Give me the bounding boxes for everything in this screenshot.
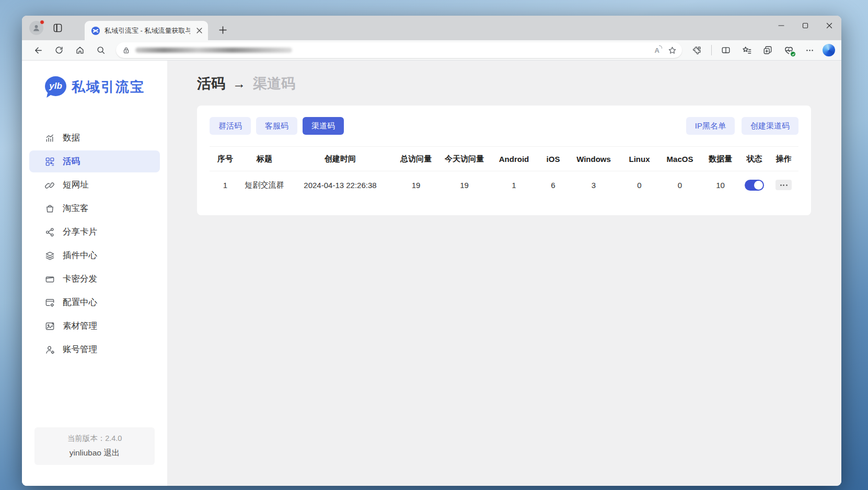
more-dot — [786, 184, 788, 186]
sidebar-item-taobao[interactable]: 淘宝客 — [29, 197, 160, 219]
site-favicon — [91, 26, 100, 36]
table-header-row: 序号 标题 创建时间 总访问量 今天访问量 Android iOS Window… — [210, 146, 798, 171]
sidebar-item-material-management[interactable]: 素材管理 — [29, 315, 160, 337]
more-dot — [780, 184, 782, 186]
sidebar-item-label: 插件中心 — [63, 250, 97, 261]
user-gear-icon — [45, 345, 55, 355]
close-icon — [196, 28, 202, 33]
new-tab-button[interactable] — [216, 24, 229, 36]
lock-icon — [122, 46, 130, 54]
home-icon — [75, 45, 85, 55]
minimize-button[interactable] — [769, 16, 793, 36]
breadcrumb-parent[interactable]: 活码 — [197, 74, 225, 93]
cell-ios: 6 — [539, 181, 568, 190]
sidebar-footer: 当前版本：2.4.0 yinliubao 退出 — [34, 427, 155, 465]
layers-icon — [45, 251, 55, 261]
channel-code-card: 群活码 客服码 渠道码 IP黑名单 创建渠道码 序号 标 — [197, 106, 811, 215]
extensions-button[interactable] — [689, 42, 705, 58]
sidebar-item-data[interactable]: 数据 — [29, 127, 160, 149]
sidebar-item-label: 卡密分发 — [63, 273, 97, 285]
col-ios: iOS — [539, 155, 568, 164]
split-screen-icon — [721, 45, 731, 55]
cell-index: 1 — [210, 181, 241, 190]
status-toggle[interactable] — [745, 180, 764, 191]
home-button[interactable] — [72, 42, 88, 58]
tab-group-code[interactable]: 群活码 — [210, 117, 251, 135]
favorite-star-icon[interactable] — [668, 46, 677, 55]
tab-channel-code[interactable]: 渠道码 — [303, 117, 344, 135]
sidebar-item-plugin-center[interactable]: 插件中心 — [29, 244, 160, 266]
browser-titlebar: 私域引流宝 - 私域流量获取与维护 — [22, 16, 841, 40]
close-window-button[interactable] — [817, 16, 841, 36]
maximize-button[interactable] — [793, 16, 817, 36]
col-created-at: 创建时间 — [288, 154, 392, 164]
address-bar[interactable]: A — [116, 42, 682, 58]
link-icon — [45, 180, 55, 190]
cell-total-visits: 19 — [392, 181, 439, 190]
sidebar-item-label: 短网址 — [63, 179, 89, 191]
tab-close-button[interactable] — [194, 26, 204, 36]
cell-android: 1 — [489, 181, 539, 190]
sidebar-item-live-code[interactable]: 活码 — [29, 150, 160, 172]
col-android: Android — [489, 155, 539, 164]
channel-code-table: 序号 标题 创建时间 总访问量 今天访问量 Android iOS Window… — [210, 146, 798, 199]
tab-actions-button[interactable] — [52, 22, 63, 34]
sidebar-item-card-distribution[interactable]: 卡密分发 — [29, 268, 160, 290]
window-controls — [769, 16, 841, 36]
col-linux: Linux — [620, 155, 659, 164]
browser-window: 私域引流宝 - 私域流量获取与维护 — [22, 16, 841, 486]
main-content: 活码 → 渠道码 群活码 客服码 渠道码 IP黑名单 创 — [167, 61, 841, 486]
desktop-background: 私域引流宝 - 私域流量获取与维护 — [0, 0, 868, 490]
profile-avatar[interactable] — [29, 21, 43, 35]
col-data-count: 数据量 — [701, 154, 740, 164]
version-label: 当前版本：2.4.0 — [38, 434, 152, 444]
app-logo: ylb 私域引流宝 — [45, 76, 167, 97]
shopping-bag-icon — [45, 204, 55, 214]
col-title: 标题 — [241, 154, 288, 164]
col-status: 状态 — [740, 154, 769, 164]
wallet-icon — [45, 274, 55, 284]
sidebar-item-account-management[interactable]: 账号管理 — [29, 339, 160, 360]
browser-toolbar: A — [22, 40, 841, 61]
code-type-tabs: 群活码 客服码 渠道码 — [210, 117, 344, 135]
split-screen-button[interactable] — [718, 42, 734, 58]
cell-macos: 0 — [659, 181, 701, 190]
col-windows: Windows — [568, 155, 620, 164]
logo-name: 私域引流宝 — [72, 78, 145, 96]
close-icon — [826, 22, 832, 29]
copilot-icon[interactable] — [823, 44, 835, 56]
favorites-bar-button[interactable] — [739, 42, 755, 58]
sidebar-item-config-center[interactable]: 配置中心 — [29, 291, 160, 313]
cell-data-count: 10 — [701, 181, 740, 190]
account-logout[interactable]: yinliubao 退出 — [38, 448, 152, 459]
sidebar-item-share-card[interactable]: 分享卡片 — [29, 221, 160, 243]
refresh-icon — [54, 45, 64, 55]
toggle-knob — [754, 181, 763, 190]
sidebar-item-label: 数据 — [63, 132, 80, 144]
row-more-actions-button[interactable] — [776, 180, 792, 190]
sidebar-item-short-url[interactable]: 短网址 — [29, 174, 160, 196]
settings-more-button[interactable] — [802, 42, 817, 58]
browser-essentials-button[interactable] — [781, 42, 796, 58]
create-channel-code-button[interactable]: 创建渠道码 — [742, 117, 798, 135]
card-header: 群活码 客服码 渠道码 IP黑名单 创建渠道码 — [210, 117, 798, 135]
person-icon — [32, 24, 41, 32]
browser-tab[interactable]: 私域引流宝 - 私域流量获取与维护 — [85, 21, 208, 40]
read-aloud-icon[interactable]: A — [655, 46, 659, 54]
col-operation: 操作 — [769, 154, 798, 164]
collections-button[interactable] — [760, 42, 776, 58]
maximize-icon — [802, 22, 808, 29]
search-icon — [96, 45, 106, 55]
sidebar: ylb 私域引流宝 数据 — [22, 61, 167, 486]
search-button[interactable] — [93, 42, 109, 58]
url-text-redacted — [135, 48, 292, 53]
refresh-button[interactable] — [51, 42, 67, 58]
collections-icon — [763, 45, 772, 55]
back-button[interactable] — [30, 42, 46, 58]
image-icon — [45, 321, 55, 331]
cell-linux: 0 — [620, 181, 659, 190]
tab-service-code[interactable]: 客服码 — [256, 117, 297, 135]
tab-actions-icon — [53, 23, 63, 33]
ip-blacklist-button[interactable]: IP黑名单 — [686, 117, 735, 135]
app-body: ylb 私域引流宝 数据 — [22, 61, 841, 486]
